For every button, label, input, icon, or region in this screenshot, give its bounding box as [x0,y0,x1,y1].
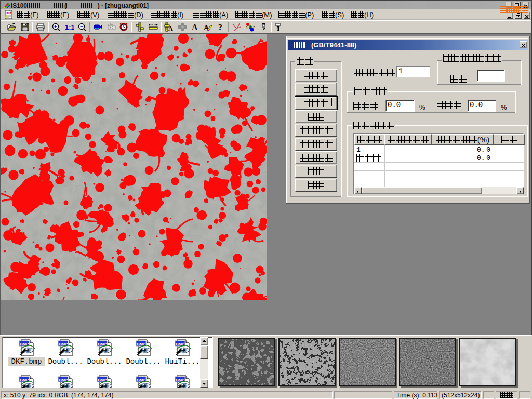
svg-text:DOC: DOC [6,11,13,15]
svg-text:1: 1 [246,25,248,30]
svg-text:1:1: 1:1 [65,23,74,31]
svg-text:A: A [192,23,198,32]
svg-text:?: ? [218,23,222,32]
svg-text:2: 2 [249,25,251,30]
svg-text:3: 3 [253,25,255,30]
svg-text:A: A [168,25,173,32]
